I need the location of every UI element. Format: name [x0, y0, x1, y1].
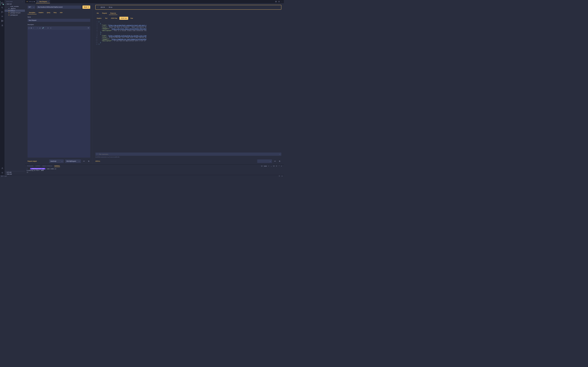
status-feedback-icon[interactable] — [279, 175, 280, 177]
bold-icon[interactable]: B — [31, 27, 32, 29]
snippet-lang-value: JavaScript — [51, 160, 56, 162]
svg-point-16 — [88, 28, 89, 28]
description-label: Description — [27, 24, 90, 25]
svg-rect-5 — [1, 21, 2, 22]
terminal-body[interactable]: ○ >~/Desktop/test-api▶ node index.js Lis… — [25, 167, 284, 175]
svg-rect-18 — [88, 161, 89, 161]
status-warnings[interactable]: 0 — [4, 175, 7, 177]
activity-httpclient-icon[interactable] — [0, 23, 4, 27]
panel-tab-terminal[interactable]: TERMINAL — [54, 165, 60, 167]
tree-gitignore[interactable]: ◆ .gitignore — [4, 7, 25, 9]
align-left-icon[interactable] — [47, 27, 49, 29]
panel-tab-debugconsole[interactable]: DEBUG CONSOLE — [42, 165, 52, 167]
tab-new-request[interactable]: New Request × — [36, 0, 50, 3]
quote-icon[interactable]: ❝ — [37, 27, 38, 29]
jsonto-select[interactable]: ⌄ — [257, 159, 272, 163]
activity-debug-icon[interactable] — [0, 14, 4, 19]
clear-icon[interactable]: × — [279, 154, 280, 155]
tab-label: index.js — [29, 1, 33, 2]
code-icon[interactable]: </> — [39, 27, 41, 29]
snippet-code-icon[interactable]: </> — [82, 159, 86, 163]
json-viewer[interactable]: 1[2 {3 "link": "https://ww.producthunt.c… — [95, 21, 282, 152]
activity-account-icon[interactable] — [0, 166, 4, 171]
jsonto-label: JSON to — [95, 160, 100, 162]
italic-icon[interactable]: I — [33, 27, 34, 29]
terminal-close-icon[interactable]: × — [281, 165, 282, 167]
snippet-copy-icon[interactable] — [87, 159, 90, 163]
jsonto-code-icon[interactable]: </> — [273, 159, 277, 163]
activity-explorer-icon[interactable]: 1 — [0, 1, 4, 6]
outline-header[interactable]: › OUTLINE — [4, 171, 25, 173]
chevron-down-icon: ⌄ — [33, 6, 34, 8]
tree-node-modules[interactable]: › node_modules — [4, 5, 25, 8]
close-icon[interactable]: × — [48, 1, 49, 2]
terminal-add-icon[interactable]: ＋ — [268, 165, 269, 167]
terminal-panel: PROBLEMS OUTPUT DEBUG CONSOLE TERMINAL n… — [25, 164, 284, 175]
jsonto-copy-icon[interactable] — [278, 159, 281, 163]
svg-rect-21 — [261, 166, 262, 166]
terminal-split-icon[interactable] — [273, 165, 275, 167]
method-value: GET — [28, 6, 31, 8]
subtab-description[interactable]: Description — [27, 11, 37, 15]
heading-icon[interactable]: # — [29, 27, 29, 29]
svg-rect-4 — [1, 20, 2, 21]
chevron-down-icon: ⌄ — [61, 160, 62, 162]
url-input[interactable] — [36, 6, 81, 9]
panel-tab-problems[interactable]: PROBLEMS — [27, 165, 34, 167]
link-icon[interactable]: 🔗 — [42, 27, 44, 29]
name-input[interactable] — [27, 19, 90, 22]
method-select[interactable]: GET ⌄ — [27, 6, 35, 9]
resp-tab-response[interactable]: Response — [109, 12, 117, 15]
filter-input[interactable] — [99, 154, 279, 155]
svg-point-0 — [1, 7, 2, 8]
subtab-auth[interactable]: Auth — [59, 11, 64, 15]
tab-index-js[interactable]: JS index.js — [25, 0, 36, 3]
explorer-more-icon[interactable]: ⋯ — [22, 1, 23, 2]
snippet-lib-select[interactable]: XMLHttpRequest ⌄ — [65, 159, 81, 163]
layout-center-icon[interactable] — [275, 1, 277, 2]
editor-more-icon[interactable]: ⋯ — [281, 1, 282, 2]
terminal-output-1: Listening on Port: 3000 — [27, 170, 282, 171]
tab-label: New Request — [39, 1, 47, 2]
snippet-lang-select[interactable]: JavaScript ⌄ — [49, 159, 64, 163]
preview-icon[interactable] — [87, 27, 89, 29]
send-button[interactable]: Send — [82, 6, 90, 9]
resp-tab-request[interactable]: Request — [101, 12, 108, 15]
tree-index-js[interactable]: JS index.js — [4, 9, 25, 12]
terminal-chevron-up-icon[interactable]: ⌃ — [279, 165, 280, 167]
separator: · — [107, 7, 107, 8]
activity-search-icon[interactable] — [0, 6, 4, 10]
tree-label: package.json — [10, 14, 18, 16]
fmt-headers[interactable]: Headers — [95, 17, 103, 20]
subtab-query[interactable]: Query — [45, 11, 52, 15]
split-editor-icon[interactable] — [278, 1, 280, 2]
explorer-sidebar: EXPLORER ⋯ ⌄ TEST-API › node_modules ◆ .… — [4, 0, 25, 175]
tree-label: node_modules — [10, 6, 19, 7]
terminal-dropdown-icon[interactable]: ⌄ — [271, 165, 272, 167]
fmt-jsontree[interactable]: JSON Tree — [110, 17, 119, 20]
json-icon: {} — [8, 12, 10, 14]
terminal-kernel-icon[interactable] — [261, 165, 263, 167]
activity-scm-icon[interactable] — [0, 10, 4, 14]
activity-badge: 1 — [3, 4, 4, 5]
activity-bar: 1 — [0, 0, 4, 175]
fmt-raw[interactable]: Raw — [129, 17, 134, 20]
resp-tab-info[interactable]: Info — [95, 12, 100, 15]
timeline-header[interactable]: › TIMELINE — [4, 173, 25, 175]
activity-extensions-icon[interactable] — [0, 19, 4, 23]
tree-package-json[interactable]: {} package.json — [4, 14, 25, 16]
subtab-headers[interactable]: Headers — [37, 11, 45, 15]
description-editor[interactable] — [27, 30, 90, 158]
status-errors[interactable]: 0 — [1, 175, 3, 177]
panel-tab-output[interactable]: OUTPUT — [35, 165, 40, 167]
subtab-body[interactable]: Body — [52, 11, 58, 15]
activity-settings-icon[interactable] — [0, 170, 4, 175]
fmt-jsontext[interactable]: JSON Text — [120, 17, 128, 20]
tree-package-lock[interactable]: {} package-lock.json — [4, 12, 25, 14]
terminal-trash-icon[interactable] — [276, 165, 277, 167]
svg-point-1 — [1, 11, 2, 12]
status-bell-icon[interactable] — [281, 175, 283, 177]
explorer-root-header[interactable]: ⌄ TEST-API — [4, 3, 25, 5]
fmt-text[interactable]: Text — [104, 17, 109, 20]
list-icon[interactable] — [50, 27, 52, 29]
